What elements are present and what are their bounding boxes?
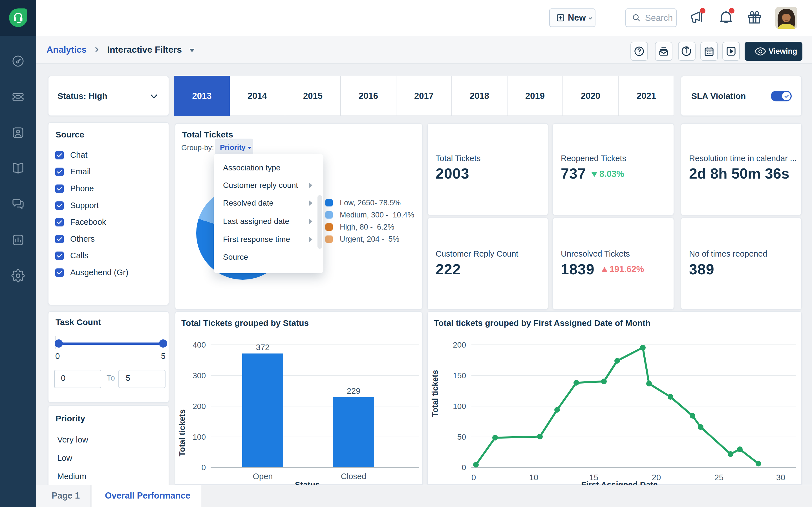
svg-text:229: 229: [347, 386, 360, 395]
svg-text:150: 150: [453, 371, 466, 380]
svg-text:400: 400: [193, 341, 206, 349]
svg-text:25: 25: [714, 473, 723, 482]
svg-text:0: 0: [201, 463, 206, 472]
svg-text:200: 200: [453, 341, 466, 349]
svg-text:10: 10: [529, 473, 538, 482]
svg-text:300: 300: [193, 371, 206, 380]
svg-text:Total tickets: Total tickets: [430, 370, 440, 417]
svg-text:100: 100: [453, 402, 466, 411]
svg-text:Open: Open: [253, 472, 273, 481]
svg-text:0: 0: [471, 473, 476, 482]
svg-text:50: 50: [457, 433, 466, 441]
svg-text:0: 0: [462, 463, 466, 472]
svg-text:100: 100: [193, 433, 206, 441]
svg-text:372: 372: [256, 343, 269, 352]
svg-text:Total tickets: Total tickets: [177, 409, 187, 456]
svg-text:200: 200: [193, 402, 206, 411]
svg-text:30: 30: [776, 473, 785, 482]
svg-text:Closed: Closed: [341, 472, 366, 481]
